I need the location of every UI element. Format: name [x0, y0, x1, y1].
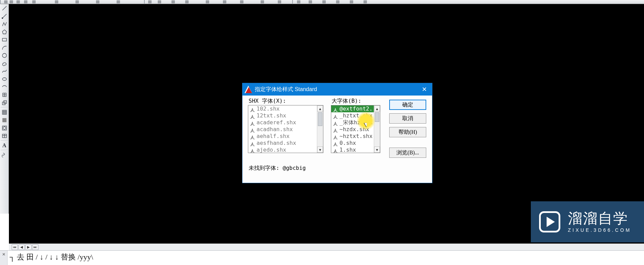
- separator: [1, 140, 8, 141]
- svg-point-5: [2, 53, 7, 58]
- list-item[interactable]: ajedo.shx: [248, 147, 323, 153]
- list-item-label: ~hztxt.shx: [339, 133, 372, 140]
- list-item-label: 1.shx: [339, 147, 356, 153]
- font-file-icon: [250, 114, 255, 118]
- list-item[interactable]: 1.shx: [331, 147, 380, 153]
- list-item-label: 102.shx: [257, 105, 279, 112]
- list-item[interactable]: acaderef.shx: [248, 119, 323, 126]
- tab-nav-first[interactable]: ⏮: [12, 244, 18, 250]
- app-logo-icon: [245, 86, 252, 93]
- command-line-text: ┐ 去 田 / ↓ / ↓ ↓ 替换 /yyy\: [10, 253, 93, 261]
- svg-marker-3: [2, 30, 7, 34]
- browse-button-label: 浏览(B)...: [396, 149, 419, 156]
- list-item[interactable]: aesfhand.shx: [248, 140, 323, 147]
- spline-tool-icon[interactable]: [0, 67, 9, 75]
- dialog-titlebar[interactable]: 指定字体给样式 Standard ✕: [242, 83, 432, 96]
- text-tool-icon[interactable]: A: [0, 142, 9, 149]
- watermark-brand: 溜溜自学: [568, 211, 631, 226]
- ellipse-arc-tool-icon[interactable]: [0, 83, 9, 91]
- list-item-label: aehalf.shx: [257, 133, 289, 140]
- cancel-button[interactable]: 取消: [389, 113, 426, 124]
- cancel-button-label: 取消: [402, 115, 413, 122]
- list-item[interactable]: _宋体hztxt.: [331, 119, 380, 126]
- shx-font-listbox[interactable]: 102.shx12txt.shxacaderef.shxacadhan.shxa…: [248, 105, 323, 153]
- list-item-label: acaderef.shx: [257, 119, 296, 126]
- font-file-icon: [333, 114, 338, 118]
- svg-point-6: [2, 78, 7, 80]
- font-file-icon: [250, 127, 255, 131]
- rectangle-tool-icon[interactable]: [0, 36, 9, 43]
- helix-tool-icon[interactable]: [0, 151, 9, 159]
- dialog-title-text: 指定字体给样式 Standard: [255, 86, 317, 93]
- svg-line-0: [2, 6, 7, 10]
- scroll-thumb[interactable]: [375, 112, 379, 122]
- shx-font-label: SHX 字体(X):: [249, 98, 286, 105]
- help-button[interactable]: 帮助(H): [389, 127, 426, 137]
- font-file-icon: [250, 121, 255, 125]
- scroll-thumb[interactable]: [318, 112, 322, 126]
- font-file-icon: [333, 141, 338, 145]
- table-tool-icon[interactable]: [0, 132, 9, 140]
- font-file-icon: [250, 148, 255, 152]
- scroll-down-icon[interactable]: ▼: [374, 147, 380, 153]
- svg-rect-12: [2, 110, 7, 114]
- font-file-icon: [250, 107, 255, 111]
- watermark-url: ZIXUE.3D66.COM: [568, 228, 631, 233]
- font-file-icon: [250, 141, 255, 145]
- list-item[interactable]: ~hztxt.shx: [331, 133, 380, 140]
- make-block-icon[interactable]: [0, 99, 9, 106]
- scrollbar[interactable]: ▲ ▼: [374, 105, 380, 153]
- list-item[interactable]: 102.shx: [248, 105, 323, 112]
- insert-block-icon[interactable]: [0, 91, 9, 99]
- tab-nav-prev[interactable]: ◀: [19, 244, 25, 250]
- list-item-label: 12txt.shx: [257, 112, 286, 119]
- font-file-icon: [333, 134, 338, 138]
- top-toolbar[interactable]: [0, 0, 644, 4]
- scroll-down-icon[interactable]: ▼: [317, 147, 323, 153]
- svg-rect-17: [2, 118, 7, 122]
- font-not-found-text: 未找到字体: @gbcbig: [249, 165, 306, 172]
- separator: [1, 150, 8, 151]
- ray-tool-icon[interactable]: [0, 12, 9, 20]
- svg-point-2: [2, 18, 3, 19]
- big-font-listbox[interactable]: @extfont2._hztxt.shx_宋体hztxt.~hzdx.shx~h…: [331, 105, 380, 153]
- list-item-label: ajedo.shx: [257, 147, 286, 153]
- hatch-tool-icon[interactable]: [0, 109, 9, 116]
- font-file-icon: [333, 148, 338, 152]
- polygon-tool-icon[interactable]: [0, 28, 9, 36]
- list-item-label: acadhan.shx: [257, 126, 293, 133]
- list-item[interactable]: ~hzdx.shx: [331, 126, 380, 133]
- browse-button[interactable]: 浏览(B)...: [389, 148, 426, 158]
- gradient-tool-icon[interactable]: [0, 116, 9, 124]
- close-icon[interactable]: ✕: [419, 86, 429, 93]
- list-item[interactable]: aehalf.shx: [248, 133, 323, 140]
- list-item-label: @extfont2.: [339, 105, 372, 112]
- revcloud-tool-icon[interactable]: [0, 60, 9, 67]
- command-text[interactable]: ┐ 去 田 / ↓ / ↓ ↓ 替换 /yyy\: [10, 252, 641, 264]
- list-item[interactable]: _hztxt.shx: [331, 112, 380, 119]
- list-item[interactable]: 0.shx: [331, 140, 380, 147]
- list-item[interactable]: 12txt.shx: [248, 112, 323, 119]
- separator: [1, 107, 8, 108]
- scroll-up-icon[interactable]: ▲: [374, 105, 380, 112]
- tab-nav-next[interactable]: ▶: [25, 244, 32, 250]
- big-font-label: 大字体(B):: [332, 98, 361, 105]
- ok-button-label: 确定: [402, 101, 413, 109]
- tab-nav-last[interactable]: ⏭: [32, 244, 38, 250]
- svg-line-1: [2, 14, 7, 18]
- list-item[interactable]: acadhan.shx: [248, 126, 323, 133]
- polyline-tool-icon[interactable]: [0, 20, 9, 28]
- circle-tool-icon[interactable]: [0, 52, 9, 59]
- region-tool-icon[interactable]: [0, 124, 9, 132]
- font-file-icon: [333, 107, 338, 111]
- ellipse-tool-icon[interactable]: [0, 75, 9, 83]
- scroll-up-icon[interactable]: ▲: [317, 105, 323, 112]
- command-close-icon[interactable]: ✕: [0, 251, 8, 265]
- scrollbar[interactable]: ▲ ▼: [317, 105, 323, 153]
- list-item[interactable]: @extfont2.: [331, 105, 380, 112]
- line-tool-icon[interactable]: [0, 4, 9, 12]
- font-file-icon: [250, 134, 255, 138]
- arc-tool-icon[interactable]: [0, 44, 9, 51]
- ok-button[interactable]: 确定: [389, 100, 426, 110]
- list-item-label: ~hzdx.shx: [339, 126, 369, 133]
